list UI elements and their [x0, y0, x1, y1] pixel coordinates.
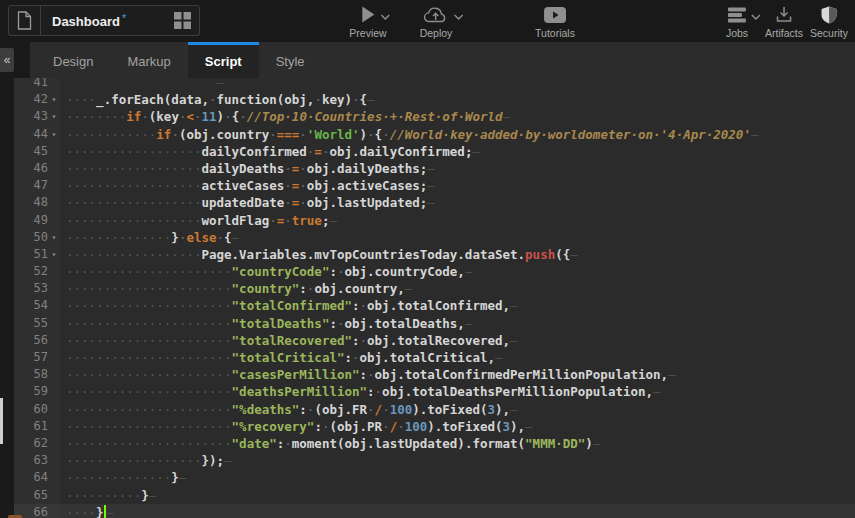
code-line[interactable]: ··················worldFlag·=·true;– [60, 212, 337, 229]
code-row: 54······················"totalConfirmed"… [14, 297, 855, 314]
tab-design[interactable]: Design [36, 42, 110, 78]
double-chevron-left-icon: « [4, 53, 11, 67]
fold-toggle-icon[interactable]: ▾ [48, 126, 60, 143]
code-row: 44▾············if·(obj.country·===·'Worl… [14, 126, 855, 143]
fold-gutter [48, 263, 60, 280]
line-number: 48 [14, 194, 48, 211]
code-line[interactable]: ··············}·else·{– [60, 229, 239, 246]
jobs-label: Jobs [726, 27, 748, 39]
preview-button[interactable]: Preview [349, 5, 386, 39]
deploy-button[interactable]: Deploy [420, 5, 453, 39]
line-number: 65 [14, 487, 48, 504]
collapse-panel-button[interactable]: « [0, 48, 14, 72]
scrollbar-thumb[interactable] [0, 398, 3, 444]
code-line[interactable]: ············if·(obj.country·===·'World')… [60, 126, 758, 143]
page-title: Dashboard* [41, 12, 174, 29]
code-line[interactable]: ··················Page.Variables.mvTopCo… [60, 246, 578, 263]
line-number: 55 [14, 315, 48, 332]
code-line[interactable]: ····}– [60, 504, 113, 518]
code-line[interactable]: ··········}– [60, 487, 156, 504]
tab-script[interactable]: Script [188, 42, 259, 78]
code-line[interactable]: ······················"%recovery":·(obj.… [60, 418, 533, 435]
code-row: 62······················"date":·moment(o… [14, 435, 855, 452]
fold-gutter [48, 487, 60, 504]
fold-toggle-icon[interactable]: ▾ [48, 229, 60, 246]
page-document-icon [17, 11, 32, 30]
page-selector[interactable]: Dashboard* [8, 5, 200, 36]
code-line[interactable]: ······················"%deaths":·(obj.FR… [60, 401, 518, 418]
security-button[interactable]: Security [810, 5, 848, 39]
collapsed-left-panel[interactable] [0, 78, 14, 518]
top-toolbar: Dashboard* [0, 0, 855, 42]
code-row: 41 – [14, 78, 855, 91]
fold-gutter [48, 160, 60, 177]
tabbar-left-cap: « [0, 42, 30, 78]
pages-grid-button[interactable] [174, 12, 191, 29]
code-row: 60······················"%deaths":·(obj.… [14, 401, 855, 418]
artifacts-button[interactable]: Artifacts [765, 5, 803, 39]
code-editor-surface[interactable]: 41 –42▾····_.forEach(data,·function(obj,… [14, 78, 855, 518]
jobs-button[interactable]: Jobs [726, 5, 748, 39]
code-line[interactable]: ········if·(key·<·11)·{·//Top·10·Countri… [60, 108, 510, 125]
code-line[interactable]: ······················"totalCritical":·o… [60, 349, 503, 366]
code-row: 45··················dailyConfirmed·=·obj… [14, 143, 855, 160]
fold-gutter [48, 332, 60, 349]
fold-gutter [48, 418, 60, 435]
code-line[interactable]: ······················"casesPerMillion":… [60, 366, 676, 383]
tab-style[interactable]: Style [259, 42, 322, 78]
fold-gutter [48, 383, 60, 400]
code-line[interactable]: ······················"totalConfirmed":·… [60, 297, 518, 314]
code-lines: 41 –42▾····_.forEach(data,·function(obj,… [14, 78, 855, 518]
code-row: 42▾····_.forEach(data,·function(obj,·key… [14, 91, 855, 108]
line-number: 56 [14, 332, 48, 349]
tab-markup[interactable]: Markup [110, 42, 187, 78]
code-row: 59······················"deathsPerMillio… [14, 383, 855, 400]
cloud-upload-icon [423, 6, 449, 24]
page-icon-button[interactable] [9, 6, 41, 35]
fold-gutter [48, 366, 60, 383]
code-row: 51▾··················Page.Variables.mvTo… [14, 246, 855, 263]
code-row: 65··········}– [14, 487, 855, 504]
fold-gutter [48, 78, 60, 91]
fold-gutter [48, 194, 60, 211]
chevron-down-icon[interactable] [751, 14, 761, 20]
fold-toggle-icon[interactable]: ▾ [48, 108, 60, 125]
code-line[interactable]: ······················"countryCode":·obj… [60, 263, 472, 280]
line-number: 63 [14, 452, 48, 469]
fold-gutter [48, 315, 60, 332]
code-line[interactable]: ······················"country":·obj.cou… [60, 280, 412, 297]
code-line[interactable]: ··················updatedDate·=·obj.last… [60, 194, 435, 211]
code-line[interactable]: ··················dailyDeaths·=·obj.dail… [60, 160, 435, 177]
line-number: 46 [14, 160, 48, 177]
line-number: 59 [14, 383, 48, 400]
code-line[interactable]: ··················dailyConfirmed·=·obj.d… [60, 143, 480, 160]
line-number: 44 [14, 126, 48, 143]
code-line[interactable]: ····_.forEach(data,·function(obj,·key)·{… [60, 91, 375, 108]
code-line[interactable]: ······················"totalRecovered":·… [60, 332, 518, 349]
code-row: 64··············}– [14, 469, 855, 486]
code-line[interactable]: ······················"date":·moment(obj… [60, 435, 600, 452]
tutorials-label: Tutorials [535, 27, 575, 39]
code-row: 58······················"casesPerMillion… [14, 366, 855, 383]
editor-tabbar: « Design Markup Script Style [0, 42, 855, 78]
fold-toggle-icon[interactable]: ▾ [48, 246, 60, 263]
fold-toggle-icon[interactable]: ▾ [48, 91, 60, 108]
line-number: 57 [14, 349, 48, 366]
tutorials-button[interactable]: Tutorials [535, 5, 575, 39]
code-line[interactable]: – [60, 78, 224, 91]
code-row: 49··················worldFlag·=·true;– [14, 212, 855, 229]
line-number: 52 [14, 263, 48, 280]
preview-label: Preview [349, 27, 386, 39]
line-number: 45 [14, 143, 48, 160]
code-line[interactable]: ··················activeCases·=·obj.acti… [60, 177, 435, 194]
code-line[interactable]: ······················"totalDeaths":·obj… [60, 315, 472, 332]
code-line[interactable]: ··················});– [60, 452, 232, 469]
video-play-icon [544, 7, 566, 23]
chevron-down-icon[interactable] [380, 14, 390, 20]
code-line[interactable]: ······················"deathsPerMillion"… [60, 383, 661, 400]
code-line[interactable]: ··············}– [60, 469, 186, 486]
line-number: 43 [14, 108, 48, 125]
fold-gutter [48, 212, 60, 229]
line-number: 54 [14, 297, 48, 314]
chevron-down-icon[interactable] [454, 14, 464, 20]
